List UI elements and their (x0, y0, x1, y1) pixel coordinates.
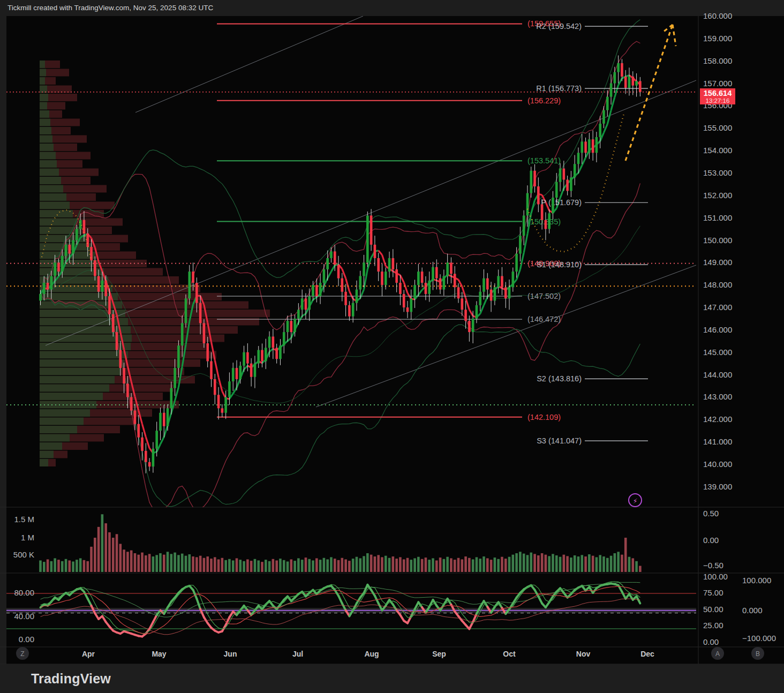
candle-body[interactable] (570, 177, 572, 191)
candle-body[interactable] (385, 272, 387, 285)
candle-body[interactable] (363, 262, 365, 276)
candle-body[interactable] (617, 63, 620, 72)
candle-body[interactable] (628, 77, 631, 88)
candle-body[interactable] (395, 269, 398, 283)
candle-body[interactable] (116, 332, 118, 350)
candle-body[interactable] (159, 413, 162, 431)
candle-body[interactable] (497, 276, 500, 287)
candle-body[interactable] (399, 283, 402, 294)
candle-body[interactable] (439, 278, 442, 290)
candle-body[interactable] (148, 462, 151, 466)
candle-body[interactable] (602, 110, 605, 124)
candle-body[interactable] (614, 72, 616, 84)
candle-body[interactable] (170, 388, 173, 409)
candle-body[interactable] (90, 247, 93, 260)
candle-body[interactable] (217, 395, 220, 408)
candle-body[interactable] (523, 215, 525, 236)
candle-body[interactable] (236, 368, 238, 379)
candle-body[interactable] (610, 84, 613, 97)
candle-body[interactable] (428, 281, 431, 294)
candle-body[interactable] (541, 205, 544, 220)
candle-body[interactable] (526, 193, 529, 216)
candle-body[interactable] (501, 276, 503, 287)
candle-body[interactable] (494, 287, 496, 300)
candle-body[interactable] (450, 262, 453, 274)
candle-body[interactable] (86, 233, 89, 247)
candle-body[interactable] (330, 251, 333, 258)
candle-body[interactable] (468, 321, 471, 332)
candle-body[interactable] (624, 77, 627, 88)
candle-body[interactable] (152, 449, 155, 466)
candle-body[interactable] (279, 345, 282, 359)
candle-body[interactable] (341, 278, 344, 292)
candle-body[interactable] (479, 292, 481, 305)
candle-body[interactable] (388, 258, 391, 272)
candle-body[interactable] (356, 290, 358, 303)
candle-body[interactable] (47, 283, 49, 290)
candle-body[interactable] (490, 290, 493, 301)
candle-body[interactable] (486, 278, 489, 290)
candle-body[interactable] (228, 381, 231, 397)
candle-body[interactable] (581, 141, 583, 153)
candle-body[interactable] (265, 348, 267, 361)
candle-body[interactable] (512, 272, 515, 287)
candle-body[interactable] (57, 262, 60, 272)
candle-body[interactable] (94, 260, 96, 276)
candle-body[interactable] (461, 298, 463, 310)
candle-body[interactable] (50, 276, 53, 289)
candle-body[interactable] (206, 343, 209, 361)
candle-body[interactable] (72, 240, 74, 254)
candle-body[interactable] (533, 171, 536, 186)
candle-body[interactable] (257, 350, 260, 364)
candle-body[interactable] (515, 254, 518, 272)
candle-body[interactable] (297, 310, 300, 319)
candle-body[interactable] (97, 276, 100, 291)
candle-body[interactable] (301, 298, 304, 310)
candle-body[interactable] (432, 267, 434, 281)
candle-body[interactable] (348, 305, 351, 317)
candle-body[interactable] (476, 305, 478, 319)
candle-body[interactable] (250, 364, 253, 377)
candle-body[interactable] (406, 307, 409, 312)
candle-body[interactable] (65, 245, 67, 256)
candle-body[interactable] (188, 272, 191, 298)
candle-body[interactable] (214, 379, 216, 395)
candle-body[interactable] (272, 336, 275, 348)
candle-body[interactable] (39, 294, 42, 301)
candle-body[interactable] (530, 171, 532, 193)
candle-body[interactable] (323, 269, 326, 283)
candle-body[interactable] (621, 63, 623, 77)
candle-body[interactable] (483, 278, 485, 292)
candle-body[interactable] (79, 220, 82, 229)
candle-body[interactable] (545, 220, 547, 229)
candle-body[interactable] (508, 287, 511, 298)
candle-body[interactable] (464, 310, 467, 321)
candle-body[interactable] (413, 285, 416, 298)
candle-body[interactable] (104, 281, 107, 296)
candle-body[interactable] (344, 292, 347, 305)
candle-body[interactable] (43, 283, 46, 294)
candle-body[interactable] (370, 215, 373, 244)
candle-body[interactable] (141, 438, 144, 451)
candle-body[interactable] (319, 283, 322, 296)
candle-body[interactable] (76, 229, 78, 240)
candle-body[interactable] (326, 258, 329, 269)
candle-body[interactable] (639, 81, 642, 92)
candle-body[interactable] (592, 139, 594, 153)
candle-body[interactable] (377, 258, 380, 272)
candle-body[interactable] (203, 323, 206, 343)
candle-body[interactable] (134, 411, 137, 424)
candle-body[interactable] (167, 408, 169, 426)
candle-body[interactable] (566, 180, 569, 191)
candle-body[interactable] (145, 451, 147, 462)
candle-body[interactable] (261, 350, 263, 361)
candle-body[interactable] (599, 124, 601, 137)
candle-body[interactable] (254, 364, 257, 377)
candle-body[interactable] (290, 321, 293, 332)
candle-body[interactable] (312, 285, 314, 296)
candle-body[interactable] (283, 332, 285, 345)
candle-body[interactable] (287, 321, 289, 332)
candle-body[interactable] (293, 319, 296, 332)
candle-body[interactable] (137, 424, 140, 438)
chart-canvas[interactable]: (159.655)(156.229)(153.541)(150.835)(148… (0, 0, 784, 693)
